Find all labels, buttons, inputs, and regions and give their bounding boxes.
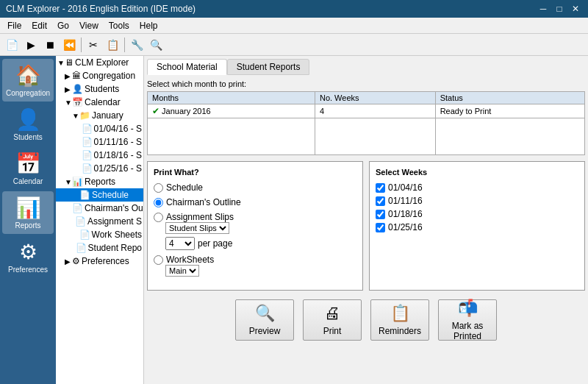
- reports-icon: 📊: [15, 196, 41, 220]
- radio-chairmans: Chairman's Outline: [154, 197, 356, 207]
- tree-chairmans[interactable]: 📄 Chairman's Ou: [56, 202, 143, 215]
- toolbar-btn-8[interactable]: 🔍: [147, 36, 165, 54]
- window-controls: ─ □ ✕: [537, 2, 582, 15]
- tree-week1[interactable]: 📄 01/04/16 - S: [56, 122, 143, 135]
- sidebar-label-reports: Reports: [15, 221, 40, 230]
- tree-preferences[interactable]: ▶ ⚙ Preferences: [56, 255, 143, 268]
- students-icon: 👤: [15, 107, 41, 132]
- tree-week3-label: 01/18/16 - S: [94, 150, 142, 160]
- maximize-button[interactable]: □: [553, 2, 566, 15]
- radio-schedule-input[interactable]: [154, 183, 163, 193]
- menu-item-file[interactable]: File: [3, 19, 26, 32]
- toolbar-btn-1[interactable]: 📄: [3, 36, 21, 54]
- sidebar-item-reports[interactable]: 📊 Reports: [2, 191, 54, 234]
- tree-schedule-label: Schedule: [92, 190, 129, 200]
- toolbar-btn-7[interactable]: 🔧: [128, 36, 146, 54]
- week-check-input-2[interactable]: [376, 196, 385, 206]
- assignment-slips-section: Assignment Slips Student Slips 4 per pag…: [154, 212, 356, 250]
- sidebar-label-congregation: Congregation: [6, 89, 50, 97]
- week-check-input-1[interactable]: [376, 183, 385, 193]
- menu-item-tools[interactable]: Tools: [104, 19, 134, 32]
- minimize-button[interactable]: ─: [537, 2, 550, 15]
- toolbar-btn-2[interactable]: ▶: [22, 36, 40, 54]
- tree-week1-label: 01/04/16 - S: [94, 124, 142, 134]
- weeks-checkbox-group: 01/04/16 01/11/16 01/18/16 01/25/16: [376, 182, 578, 232]
- menu-bar: FileEditGoViewToolsHelp: [0, 18, 588, 34]
- month-row[interactable]: ✔ January 2016 4 Ready to Print: [148, 104, 585, 118]
- toolbar-btn-4[interactable]: ⏪: [60, 36, 78, 54]
- menu-item-help[interactable]: Help: [135, 19, 162, 32]
- worksheets-dropdown[interactable]: Main: [165, 265, 199, 277]
- month-section-label: Select which month to print:: [147, 79, 585, 88]
- tree-worksheets[interactable]: 📄 Work Sheets: [56, 228, 143, 241]
- window-title: CLM Explorer - 2016 English Edition (IDE…: [6, 4, 196, 14]
- select-weeks-panel: Select Weeks 01/04/16 01/11/16 01/18/16: [369, 161, 585, 291]
- tree-assignments[interactable]: 📄 Assignment S: [56, 215, 143, 228]
- two-col-section: Print What? Schedule Chairman's Outline …: [147, 161, 585, 291]
- print-what-panel: Print What? Schedule Chairman's Outline …: [147, 161, 363, 291]
- calendar-icon: 📅: [15, 152, 41, 176]
- radio-worksheets-input[interactable]: [154, 255, 163, 265]
- menu-item-view[interactable]: View: [75, 19, 103, 32]
- week-check-input-4[interactable]: [376, 223, 385, 232]
- sidebar-item-students[interactable]: 👤 Students: [2, 103, 54, 146]
- tree-congregation[interactable]: ▶ 🏛 Congregation: [56, 69, 143, 82]
- tree-student-reports[interactable]: 📄 Student Repo: [56, 241, 143, 255]
- slips-dropdown-row: Student Slips: [165, 222, 356, 234]
- tree-reports[interactable]: ▼ 📊 Reports: [56, 175, 143, 188]
- tree-schedule[interactable]: 📄 Schedule: [56, 188, 143, 202]
- mark-printed-button[interactable]: 📬 Mark as Printed: [438, 299, 497, 341]
- action-buttons-row: 🔍 Preview 🖨 Print 📋 Reminders 📬 Mark as …: [147, 299, 585, 341]
- sidebar-label-calendar: Calendar: [13, 177, 43, 185]
- sidebar-item-congregation[interactable]: 🏠 Congregation: [2, 59, 54, 102]
- radio-schedule: Schedule: [154, 182, 356, 193]
- print-button[interactable]: 🖨 Print: [303, 299, 362, 341]
- worksheets-section: WorkSheets Main: [154, 255, 356, 280]
- week-check-input-3[interactable]: [376, 210, 385, 219]
- tree-root[interactable]: ▼ 🖥 CLM Explorer: [56, 56, 143, 69]
- tree-calendar[interactable]: ▼ 📅 Calendar: [56, 96, 143, 109]
- tree-week2[interactable]: 📄 01/11/16 - S: [56, 135, 143, 149]
- radio-assignments: Assignment Slips: [154, 212, 356, 222]
- tabs: School Material Student Reports: [147, 59, 585, 75]
- sidebar-item-calendar[interactable]: 📅 Calendar: [2, 147, 54, 190]
- tree-january[interactable]: ▼ 📁 January: [56, 109, 143, 122]
- print-label: Print: [323, 326, 342, 336]
- tree-week4-label: 01/25/16 - S: [94, 163, 142, 174]
- menu-item-go[interactable]: Go: [53, 19, 74, 32]
- tab-student-reports[interactable]: Student Reports: [227, 59, 310, 75]
- tree-calendar-label: Calendar: [85, 97, 121, 107]
- title-bar: CLM Explorer - 2016 English Edition (IDE…: [0, 0, 588, 18]
- mark-printed-label: Mark as Printed: [439, 321, 496, 341]
- radio-group: Schedule Chairman's Outline Assignment S…: [154, 182, 356, 280]
- radio-assignments-input[interactable]: [154, 213, 163, 222]
- sidebar-label-students: Students: [13, 133, 42, 141]
- radio-chairmans-input[interactable]: [154, 198, 163, 207]
- week-check-3: 01/18/16: [376, 209, 578, 219]
- tree-students-label: Students: [85, 84, 119, 94]
- toolbar-btn-5[interactable]: ✂: [85, 36, 102, 54]
- week-check-label-4: 01/25/16: [388, 222, 423, 232]
- worksheets-dropdown-row: Main: [165, 265, 356, 277]
- month-weeks-cell: 4: [315, 104, 435, 118]
- sidebar-item-preferences[interactable]: ⚙ Preferences: [2, 235, 54, 278]
- tree-week3[interactable]: 📄 01/18/16 - S: [56, 149, 143, 162]
- preview-label: Preview: [249, 326, 281, 336]
- menu-item-edit[interactable]: Edit: [27, 19, 51, 32]
- per-page-label: per page: [198, 238, 232, 249]
- toolbar-btn-3[interactable]: ⏹: [41, 36, 59, 54]
- tree-chairmans-label: Chairman's Ou: [85, 203, 143, 213]
- preview-button[interactable]: 🔍 Preview: [235, 299, 294, 341]
- tree-students[interactable]: ▶ 👤 Students: [56, 82, 143, 96]
- close-button[interactable]: ✕: [569, 2, 582, 15]
- slips-dropdown[interactable]: Student Slips: [165, 222, 229, 234]
- per-page-select[interactable]: 4: [165, 237, 195, 250]
- print-icon: 🖨: [324, 304, 340, 323]
- tab-school-material[interactable]: School Material: [147, 59, 227, 75]
- reminders-button[interactable]: 📋 Reminders: [370, 299, 429, 341]
- toolbar-btn-6[interactable]: 📋: [104, 36, 121, 54]
- radio-chairmans-label: Chairman's Outline: [166, 197, 241, 207]
- preview-icon: 🔍: [255, 304, 275, 323]
- col-months: Months: [148, 92, 315, 104]
- tree-week4[interactable]: 📄 01/25/16 - S: [56, 162, 143, 175]
